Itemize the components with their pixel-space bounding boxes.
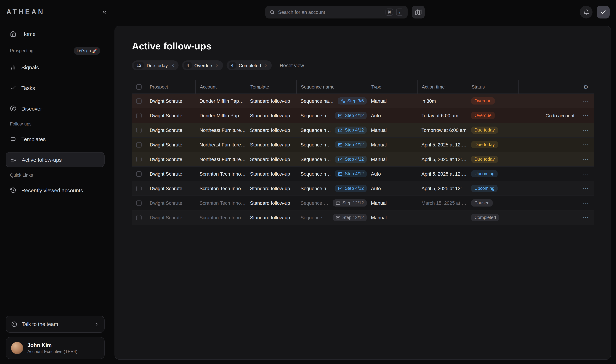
- prospect-cell: Dwight Schrute: [146, 128, 195, 133]
- filter-label: Due today: [147, 63, 168, 68]
- remove-filter-button[interactable]: ×: [216, 63, 219, 68]
- filter-count: 13: [134, 62, 144, 69]
- notifications-button[interactable]: [580, 6, 592, 18]
- row-checkbox[interactable]: [136, 156, 141, 162]
- row-menu-button[interactable]: ⋯: [583, 200, 589, 206]
- template-list-icon: [10, 136, 16, 142]
- type-cell: Auto: [367, 171, 417, 177]
- reset-view-button[interactable]: Reset view: [280, 63, 304, 68]
- mail-icon: [338, 157, 343, 162]
- sidebar-item-label: Active follow-ups: [22, 156, 62, 163]
- table-settings-button[interactable]: ⚙: [583, 84, 588, 90]
- row-checkbox[interactable]: [136, 98, 141, 104]
- table-row[interactable]: Dwight Schrute Dunder Mifflin Paper… Sta…: [132, 94, 594, 108]
- account-cell: Northeast Furniture…: [195, 128, 246, 133]
- row-menu-button[interactable]: ⋯: [583, 98, 589, 104]
- remove-filter-button[interactable]: ×: [171, 63, 174, 68]
- sidebar-item-active-followups[interactable]: Active follow-ups: [6, 152, 105, 167]
- filter-chip-due-today[interactable]: 13 Due today ×: [132, 60, 178, 70]
- talk-to-team-button[interactable]: Talk to the team: [6, 316, 105, 333]
- account-cell: Northeast Furniture…: [195, 142, 246, 147]
- status-badge: Completed: [471, 214, 499, 221]
- account-cell: Dunder Mifflin Paper…: [195, 98, 246, 104]
- row-checkbox[interactable]: [136, 186, 141, 191]
- step-chip: Step 3/6: [338, 97, 367, 104]
- template-cell: Standard follow-up: [246, 186, 296, 191]
- row-checkbox[interactable]: [136, 142, 141, 147]
- section-quicklinks-label: Quick Links: [10, 173, 33, 178]
- step-chip: Step 4/12: [335, 112, 367, 119]
- header-sequence-name: Sequence name: [296, 80, 367, 93]
- sidebar-item-tasks[interactable]: Tasks: [6, 80, 105, 95]
- row-menu-button[interactable]: ⋯: [583, 127, 589, 133]
- chevron-right-icon: [94, 322, 99, 327]
- confirm-button[interactable]: [597, 6, 610, 18]
- type-cell: Manual: [367, 215, 417, 220]
- search-input[interactable]: [278, 9, 382, 15]
- support-smiley-icon: [11, 321, 17, 327]
- remove-filter-button[interactable]: ×: [265, 63, 268, 68]
- filter-chip-completed[interactable]: 4 Completed ×: [226, 60, 272, 70]
- sidebar-item-templates[interactable]: Templates: [6, 131, 105, 146]
- row-checkbox[interactable]: [136, 113, 141, 118]
- mail-icon: [335, 201, 340, 205]
- account-search[interactable]: ⌘ /: [265, 6, 408, 18]
- header-type: Type: [367, 80, 417, 93]
- filter-chip-overdue[interactable]: 4 Overdue ×: [182, 60, 223, 70]
- status-badge: Paused: [471, 199, 493, 207]
- filter-count: 4: [184, 62, 191, 69]
- collapse-sidebar-button[interactable]: [98, 6, 110, 18]
- sidebar-item-discover[interactable]: Discover: [6, 101, 105, 116]
- table-row[interactable]: Dwight Schrute Dunder Mifflin Paper… Sta…: [132, 108, 594, 123]
- user-card[interactable]: John Kim Account Executive (TER4): [6, 337, 105, 359]
- check-icon: [10, 85, 16, 91]
- kbd-slash: /: [396, 9, 403, 16]
- sidebar-item-recently-viewed[interactable]: Recently viewed accounts: [6, 183, 105, 198]
- type-cell: Manual: [367, 156, 417, 162]
- table-row[interactable]: Dwight Schrute Scranton Tech Innov… Stan…: [132, 167, 594, 181]
- go-to-account-button[interactable]: Go to account: [546, 113, 574, 118]
- header-prospect: Prospect: [146, 80, 195, 93]
- action-time-cell: April 5, 2025 at 12:0…: [417, 156, 467, 162]
- row-menu-button[interactable]: ⋯: [583, 171, 589, 177]
- sidebar-item-signals[interactable]: Signals: [6, 60, 105, 75]
- table-row[interactable]: Dwight Schrute Northeast Furniture… Stan…: [132, 138, 594, 152]
- row-menu-button[interactable]: ⋯: [583, 215, 589, 221]
- table-row[interactable]: Dwight Schrute Scranton Tech Innov… Stan…: [132, 210, 594, 225]
- header-account: Account: [195, 80, 246, 93]
- compass-icon: [10, 105, 16, 112]
- row-menu-button[interactable]: ⋯: [583, 113, 589, 118]
- template-cell: Standard follow-up: [246, 98, 296, 104]
- action-time-cell: Tomorrow at 6:00 am: [417, 128, 467, 133]
- table-row[interactable]: Dwight Schrute Northeast Furniture… Stan…: [132, 123, 594, 138]
- table-row[interactable]: Dwight Schrute Northeast Furniture… Stan…: [132, 152, 594, 167]
- account-cell: Northeast Furniture…: [195, 156, 246, 162]
- sidebar-item-label: Discover: [21, 105, 42, 111]
- map-button[interactable]: [412, 6, 425, 18]
- section-prospecting-label: Prospecting: [10, 48, 33, 53]
- sidebar-item-home[interactable]: Home: [6, 26, 105, 41]
- sidebar-item-label: Home: [21, 31, 36, 37]
- step-chip: Step 4/12: [335, 156, 367, 163]
- table-row[interactable]: Dwight Schrute Scranton Tech Innov… Stan…: [132, 196, 594, 210]
- row-checkbox[interactable]: [136, 200, 141, 206]
- select-all-checkbox[interactable]: [136, 84, 141, 90]
- sidebar-item-label: Templates: [21, 136, 46, 142]
- topbar: ATHEAN ⌘ /: [0, 0, 616, 24]
- row-menu-button[interactable]: ⋯: [583, 156, 589, 162]
- template-cell: Standard follow-up: [246, 156, 296, 162]
- sequence-cell: Sequence name Step 4/12: [296, 185, 367, 192]
- template-cell: Standard follow-up: [246, 142, 296, 147]
- row-menu-button[interactable]: ⋯: [583, 142, 589, 148]
- template-cell: Standard follow-up: [246, 171, 296, 177]
- row-checkbox[interactable]: [136, 215, 141, 220]
- talk-to-team-label: Talk to the team: [22, 321, 58, 327]
- check-icon: [600, 9, 606, 15]
- row-checkbox[interactable]: [136, 128, 141, 133]
- table-row[interactable]: Dwight Schrute Scranton Tech Innov… Stan…: [132, 181, 594, 196]
- row-menu-button[interactable]: ⋯: [583, 185, 589, 191]
- app-root: ATHEAN ⌘ /: [0, 0, 616, 364]
- row-checkbox[interactable]: [136, 171, 141, 177]
- sequence-cell: Sequence name Step 4/12: [296, 112, 367, 119]
- header-template: Template: [246, 80, 296, 93]
